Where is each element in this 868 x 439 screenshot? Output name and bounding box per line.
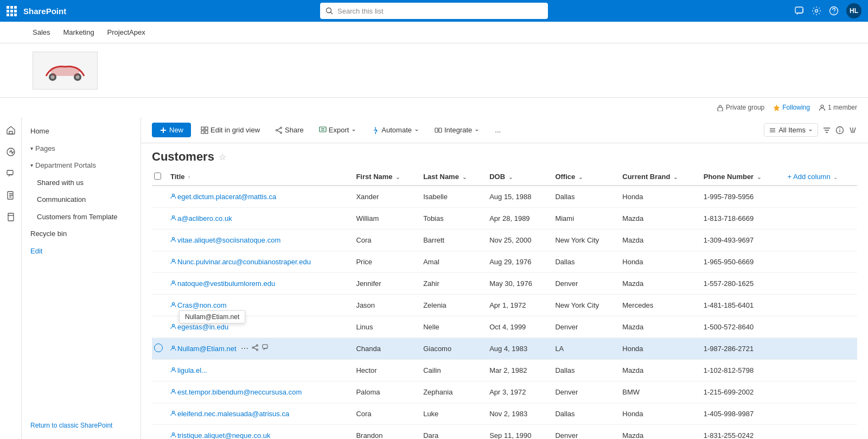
activity-icon-btn[interactable]	[2, 143, 20, 161]
avatar[interactable]: HL	[846, 3, 861, 18]
title-text[interactable]: ligula.el...	[177, 366, 207, 374]
svg-point-27	[280, 132, 282, 133]
select-all-checkbox[interactable]	[154, 173, 161, 180]
col-office[interactable]: Office ⌄	[550, 168, 617, 186]
tab-sales[interactable]: Sales	[33, 28, 50, 36]
nav-home[interactable]: Home	[22, 123, 141, 140]
title-sort-icon: ↑	[188, 174, 190, 180]
row-more-icon[interactable]: ⋯	[241, 344, 248, 353]
title-cell[interactable]: tristique.aliquet@neque.co.uk	[165, 424, 350, 439]
row-checkbox-cell[interactable]	[152, 186, 165, 207]
integrate-button[interactable]: Integrate	[429, 123, 485, 137]
grid-edit-icon	[201, 126, 208, 134]
return-link[interactable]: Return to classic SharePoint	[22, 417, 141, 434]
settings-icon[interactable]	[812, 6, 821, 16]
title-text[interactable]: natoque@vestibulumlorem.edu	[177, 279, 275, 288]
svg-point-41	[839, 128, 840, 129]
col-add[interactable]: + Add column ⌄	[782, 168, 858, 186]
row-checkbox-cell[interactable]	[152, 207, 165, 229]
feedback-icon[interactable]	[794, 6, 804, 16]
row-checkbox-cell[interactable]	[152, 229, 165, 251]
nav-communication[interactable]: Communication	[22, 191, 141, 208]
lastname-cell: Nelle	[418, 316, 484, 338]
export-button[interactable]: Export	[314, 123, 362, 137]
edit-grid-button[interactable]: Edit in grid view	[195, 123, 265, 137]
tab-projectapex[interactable]: ProjectApex	[107, 28, 145, 36]
help-icon[interactable]	[829, 6, 839, 16]
following-btn[interactable]: Following	[773, 104, 810, 111]
title-cell[interactable]: ligula.el...	[165, 359, 350, 381]
row-checkbox-cell[interactable]	[152, 338, 165, 359]
conversations-icon-btn[interactable]	[2, 165, 20, 182]
title-cell[interactable]: eget.dictum.placerat@mattis.ca	[165, 186, 350, 207]
notebook-icon-btn[interactable]	[2, 208, 20, 226]
title-cell[interactable]: Nullam@Etiam.net⋯	[165, 338, 350, 359]
row-checkbox-cell[interactable]	[152, 316, 165, 338]
firstname-cell: Price	[350, 251, 418, 272]
automate-button[interactable]: Automate	[366, 123, 425, 137]
row-checkbox-cell[interactable]	[152, 272, 165, 294]
table-row: natoque@vestibulumlorem.eduJenniferZahir…	[152, 272, 857, 294]
more-button[interactable]: ...	[489, 123, 506, 137]
col-title[interactable]: Title ↑	[165, 168, 350, 186]
favorite-star-icon[interactable]: ☆	[219, 152, 226, 162]
title-cell[interactable]: Nunc.pulvinar.arcu@conubianostraper.edu	[165, 251, 350, 272]
nav-department-portals[interactable]: ▾ Department Portals	[22, 157, 141, 174]
filter-icon[interactable]	[822, 126, 831, 135]
svg-rect-34	[435, 128, 438, 132]
title-text[interactable]: eleifend.nec.malesuada@atrisus.ca	[177, 410, 289, 418]
search-box[interactable]: Search this list	[320, 3, 548, 19]
col-phone[interactable]: Phone Number ⌄	[698, 168, 782, 186]
title-cell[interactable]: eleifend.nec.malesuada@atrisus.ca	[165, 403, 350, 424]
title-text[interactable]: eget.dictum.placerat@mattis.ca	[177, 193, 276, 201]
all-items-button[interactable]: All Items	[764, 123, 818, 137]
title-text[interactable]: a@aclibero.co.uk	[177, 214, 232, 222]
add-col-sort-icon: ⌄	[833, 174, 838, 180]
waffle-icon[interactable]	[7, 6, 17, 16]
search-placeholder: Search this list	[337, 7, 384, 15]
title-text[interactable]: Nullam@Etiam.net	[177, 345, 237, 353]
title-text[interactable]: tristique.aliquet@neque.co.uk	[177, 431, 270, 440]
nav-customers-from-template[interactable]: Customers from Template	[22, 208, 141, 226]
info-icon[interactable]	[835, 126, 844, 135]
row-checkbox-cell[interactable]	[152, 424, 165, 439]
col-dob[interactable]: DOB ⌄	[484, 168, 550, 186]
title-cell[interactable]: natoque@vestibulumlorem.edu	[165, 272, 350, 294]
row-comment-icon[interactable]	[262, 344, 269, 353]
home-icon-btn[interactable]	[2, 122, 20, 139]
dob-cell: Nov 25, 2000	[484, 229, 550, 251]
title-cell[interactable]: a@aclibero.co.uk	[165, 207, 350, 229]
table-row: ligula.el...HectorCailinMar 2, 1982Dalla…	[152, 359, 857, 381]
lastname-cell: Amal	[418, 251, 484, 272]
row-select-circle[interactable]	[154, 343, 163, 352]
title-text[interactable]: Nunc.pulvinar.arcu@conubianostraper.edu	[177, 258, 311, 266]
title-text[interactable]: vitae.aliquet@sociisnatoque.com	[177, 236, 280, 244]
new-button[interactable]: New	[152, 123, 191, 137]
select-all-header[interactable]	[152, 168, 165, 186]
edit-columns-icon[interactable]	[848, 126, 857, 135]
nav-shared-with-us[interactable]: Shared with us	[22, 174, 141, 192]
lastname-sort-icon: ⌄	[462, 174, 467, 180]
title-cell[interactable]: vitae.aliquet@sociisnatoque.com	[165, 229, 350, 251]
title-text[interactable]: egestas@in.edu	[177, 323, 228, 331]
row-checkbox-cell[interactable]	[152, 359, 165, 381]
lastname-cell: Tobias	[418, 207, 484, 229]
person-link-icon	[170, 302, 176, 309]
title-cell[interactable]: est.tempor.bibendum@neccursusa.com	[165, 381, 350, 403]
row-checkbox-cell[interactable]	[152, 381, 165, 403]
row-share-icon[interactable]	[252, 344, 259, 353]
title-text[interactable]: est.tempor.bibendum@neccursusa.com	[177, 388, 302, 396]
col-last-name[interactable]: Last Name ⌄	[418, 168, 484, 186]
col-first-name[interactable]: First Name ⌄	[350, 168, 418, 186]
row-checkbox-cell[interactable]	[152, 403, 165, 424]
row-checkbox-cell[interactable]	[152, 251, 165, 272]
nav-edit[interactable]: Edit	[22, 243, 141, 260]
tab-marketing[interactable]: Marketing	[63, 28, 94, 36]
documents-icon-btn[interactable]	[2, 187, 20, 204]
nav-recycle-bin[interactable]: Recycle bin	[22, 225, 141, 243]
nav-pages[interactable]: ▾ Pages	[22, 140, 141, 157]
title-text[interactable]: Cras@non.com	[177, 301, 227, 309]
col-brand[interactable]: Current Brand ⌄	[617, 168, 698, 186]
row-checkbox-cell[interactable]	[152, 294, 165, 316]
share-button[interactable]: Share	[270, 123, 309, 137]
